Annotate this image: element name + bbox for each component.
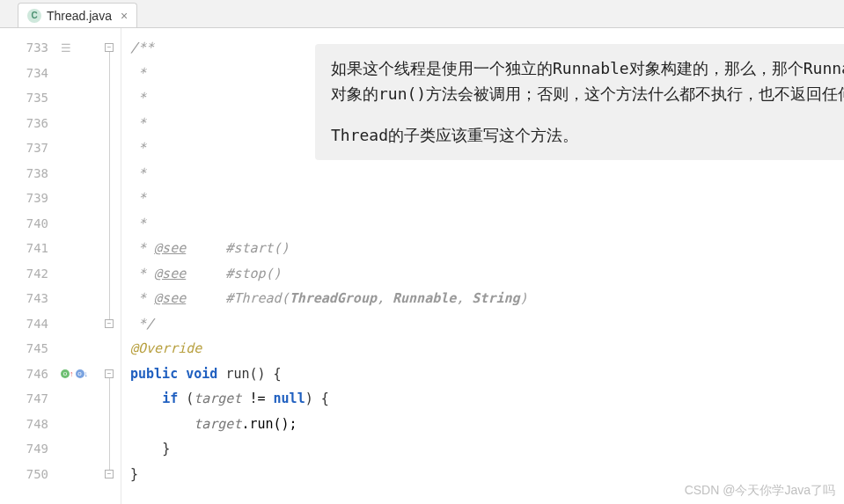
- line-number: 746: [0, 362, 57, 387]
- code-text: !=: [241, 391, 273, 406]
- code-text: String: [472, 290, 519, 306]
- file-tab[interactable]: C Thread.java ×: [18, 3, 137, 27]
- structure-icon: ☰: [61, 41, 71, 55]
- code-text: ThreadGroup: [290, 290, 377, 306]
- fold-end-icon[interactable]: −: [105, 470, 114, 478]
- tab-bar: C Thread.java ×: [0, 0, 844, 28]
- tooltip-text: 对象的: [331, 85, 378, 103]
- code-text: ) {: [305, 391, 329, 406]
- code-text: }: [162, 441, 170, 457]
- line-number: 737: [0, 135, 57, 161]
- marker-column: ☰ o↑ o↓: [57, 28, 101, 504]
- fold-column: − − − −: [101, 28, 117, 504]
- line-number: 750: [0, 462, 57, 487]
- code-text: Runnable: [393, 290, 456, 306]
- keyword: null: [274, 391, 305, 406]
- java-class-icon: C: [27, 9, 41, 23]
- line-number: 742: [0, 261, 57, 287]
- javadoc-tooltip: 如果这个线程是使用一个独立的Runnable对象构建的，那么，那个Runnabl…: [315, 44, 844, 160]
- code-text: #start(): [186, 240, 289, 256]
- method-name: run: [225, 366, 249, 382]
- code-text: *: [130, 240, 154, 256]
- doc-tag: @see: [154, 240, 186, 256]
- line-number: 735: [0, 85, 57, 111]
- editor: 7337347357367377387397407417427437447457…: [0, 28, 844, 504]
- code-text: ): [520, 290, 528, 306]
- line-number: 747: [0, 386, 57, 412]
- code-text: *: [130, 90, 146, 106]
- annotation: @Override: [130, 340, 202, 356]
- code-text: () {: [249, 366, 281, 382]
- line-number: 748: [0, 412, 57, 437]
- tooltip-text: 的子类应该重写这个方法。: [388, 127, 578, 144]
- line-number: 734: [0, 61, 57, 86]
- code-text: ,: [377, 290, 393, 306]
- line-number-gutter: 7337347357367377387397407417427437447457…: [0, 28, 57, 504]
- code-text: *: [130, 266, 154, 281]
- code-text: #Thread(: [186, 290, 289, 306]
- code-text: #stop(): [186, 266, 281, 281]
- tooltip-code: Runnable: [553, 59, 629, 77]
- keyword: if: [162, 391, 186, 406]
- doc-tag: @see: [154, 266, 186, 281]
- line-number: 744: [0, 311, 57, 337]
- keyword: void: [186, 366, 225, 382]
- tooltip-code: Runnable: [804, 59, 844, 77]
- line-number: 749: [0, 436, 57, 462]
- override-up-icon[interactable]: o: [61, 369, 70, 378]
- line-number: 741: [0, 236, 57, 261]
- code-text: *: [130, 190, 146, 206]
- code-text: (: [186, 391, 194, 406]
- fold-end-icon[interactable]: −: [105, 319, 114, 328]
- line-number: 733: [0, 35, 57, 61]
- code-text: */: [130, 316, 154, 332]
- line-number: 740: [0, 211, 57, 237]
- doc-tag: @see: [154, 290, 186, 306]
- code-text: *: [130, 165, 146, 181]
- fold-toggle-icon[interactable]: −: [105, 43, 114, 52]
- tooltip-text: 如果这个线程是使用一个独立的: [331, 60, 553, 77]
- code-area[interactable]: /** * * * * * * * * @see #start() * @see…: [121, 28, 844, 504]
- code-text: *: [130, 290, 154, 306]
- tooltip-code: run(): [378, 84, 426, 103]
- watermark: CSDN @今天你学Java了吗: [685, 483, 835, 499]
- line-number: 743: [0, 286, 57, 311]
- code-text: .run();: [241, 416, 297, 432]
- code-text: ,: [456, 290, 472, 306]
- identifier: target: [194, 416, 241, 432]
- code-text: *: [130, 140, 146, 156]
- line-number: 739: [0, 186, 57, 211]
- code-text: }: [130, 466, 138, 482]
- tooltip-paragraph: 如果这个线程是使用一个独立的Runnable对象构建的，那么，那个Runnabl…: [331, 56, 844, 107]
- override-down-icon[interactable]: o: [76, 369, 84, 378]
- code-text: /**: [130, 40, 154, 55]
- tooltip-text: 对象构建的，那么，那个: [629, 60, 804, 77]
- tab-filename: Thread.java: [47, 9, 112, 23]
- code-text: *: [130, 65, 146, 81]
- line-number: 745: [0, 336, 57, 362]
- close-icon[interactable]: ×: [121, 9, 128, 23]
- tooltip-text: 方法会被调用；否则，这个方法什么都不执行，也不返回任何值。: [426, 85, 844, 103]
- code-text: *: [130, 215, 146, 231]
- keyword: public: [130, 366, 186, 382]
- identifier: target: [194, 391, 241, 406]
- fold-toggle-icon[interactable]: −: [105, 369, 114, 378]
- tooltip-code: Thread: [331, 126, 388, 144]
- code-text: *: [130, 115, 146, 131]
- tooltip-paragraph: Thread的子类应该重写这个方法。: [331, 123, 844, 149]
- line-number: 736: [0, 111, 57, 136]
- line-number: 738: [0, 161, 57, 186]
